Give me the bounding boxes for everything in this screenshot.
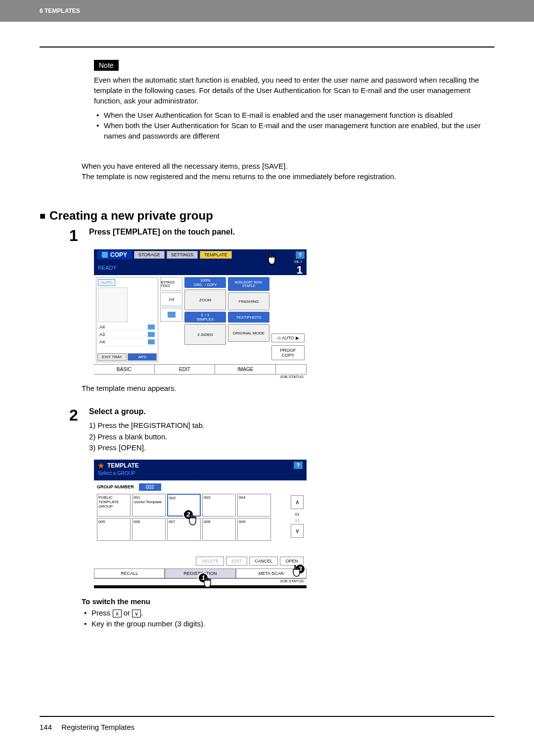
group-001-button[interactable]: 001 Useful Template [132,494,166,517]
size-row-a4-2[interactable]: A4 [98,338,156,346]
page-bottom-indicator: 21 [291,518,304,524]
help-button[interactable]: ? [296,251,305,259]
a4-button[interactable]: A4 [160,292,182,306]
step-1-after: The template menu appears. [82,384,494,392]
hand-cursor-icon [202,575,214,589]
group-number-label: GROUP NUMBER [97,484,134,489]
header-chapter: 6 TEMPLATES [40,7,80,14]
step-2-title: Select a group. [89,407,494,416]
substep-2: 2) Press a blank button. [89,431,494,443]
up-arrow-icon: ∧ [113,610,122,617]
page-header: 6 TEMPLATES [0,0,534,22]
step-2-number: 2 [69,407,82,454]
recall-tab[interactable]: RECALL [94,568,165,578]
note-badge: Note [94,60,119,71]
step-1-number: 1 [69,228,82,243]
group-006-button[interactable]: 006 [132,518,166,541]
exit-tray-button[interactable]: EXIT TRAY [97,353,127,361]
para-line1: When you have entered all the necessary … [82,161,494,171]
para-line2: The template is now registered and the m… [82,171,494,182]
scroll-up-button[interactable]: ∧ [291,495,304,509]
aps-button[interactable]: APS [128,353,157,361]
finishing-button[interactable]: FINISHING [228,292,269,310]
basic-tab[interactable]: BASIC [94,365,155,374]
public-template-button[interactable]: PUBLIC TEMPLATE GROUP [97,494,131,517]
job-status-button[interactable]: JOB STATUS [94,374,307,381]
scroll-down-button[interactable]: ∨ [291,524,304,538]
settings-tab[interactable]: SETTINGS [167,251,198,259]
step-2-substeps: 1) Press the [REGISTRATION] tab. 2) Pres… [89,420,494,454]
help-button[interactable]: ? [294,462,303,469]
feed-icon [168,312,176,318]
two-sided-button[interactable]: 2-SIDED [184,324,226,345]
group-008-button[interactable]: 008 [202,518,236,541]
paper-panel: AUTO A4 A3 A4 EXIT TRAY APS [96,277,158,362]
touchpanel-screenshot-2: ★ TEMPLATE ? Select a GROUP GROUP NUMBER… [94,460,494,588]
cancel-button[interactable]: CANCEL [249,557,278,566]
substep-3: 3) Press [OPEN]. [89,442,494,454]
bypass-button[interactable]: BYPASS FEED [160,277,182,291]
substep-1: 1) Press the [REGISTRATION] tab. [89,420,494,431]
page-number: 144 [40,723,52,731]
step-2: 2 Select a group. 1) Press the [REGISTRA… [69,407,494,454]
section-heading: Creating a new private group [40,209,494,223]
note-bullet-2: When both the User Authentication for Sc… [94,120,494,141]
set-count: SET 1 [294,259,303,277]
auto-indicator: AUTO [98,279,115,286]
delete-button[interactable]: DELETE [196,557,224,566]
feed-icon-button[interactable] [160,308,182,322]
step-1-title: Press [TEMPLATE] on the touch panel. [89,228,494,236]
size-row-a3[interactable]: A3 [98,331,156,338]
edit-button[interactable]: EDIT [226,557,247,566]
page-footer: 144 Registering Templates [40,716,494,731]
hand-cursor-icon [291,565,303,578]
template-tab[interactable]: TEMPLATE [200,251,232,259]
tray-icon [148,339,155,344]
switch-bullet-1: Press ∧ or ∨. [82,608,494,619]
auto-density-button[interactable]: ◁ AUTO ▶ [271,333,305,342]
down-arrow-icon: ∨ [132,610,141,617]
size-row-a4[interactable]: A4 [98,324,156,331]
group-004-button[interactable]: 004 [237,494,271,517]
paragraph-save: When you have entered all the necessary … [82,161,494,182]
template-title: ★ TEMPLATE [98,462,139,470]
copy-icon [102,252,108,258]
touchpanel-screenshot-1: COPY STORAGE SETTINGS TEMPLATE ? READY S… [94,249,494,378]
group-number-field[interactable]: 002 [139,483,161,491]
original-mode-button[interactable]: ORIGINAL MODE [228,324,269,342]
footer-title: Registering Templates [61,723,134,731]
footer-rule [40,716,494,717]
zoom-button[interactable]: ZOOM [184,289,226,310]
storage-tab[interactable]: STORAGE [134,251,165,259]
hand-cursor-icon [266,252,278,266]
mid-column: BYPASS FEED A4 [160,277,182,362]
edit-tab[interactable]: EDIT [155,365,216,374]
left-arrow-icon: ◁ [277,335,280,340]
step-1: 1 Press [TEMPLATE] on the touch panel. [69,228,494,243]
switch-menu-heading: To switch the menu [82,597,494,606]
hand-cursor-icon [187,513,199,527]
right-arrow-icon: ▶ [296,335,299,340]
image-tab[interactable]: IMAGE [215,365,276,374]
star-icon: ★ [98,462,104,470]
sort-value: NON-SORT NON-STAPLE [228,277,269,291]
group-005-button[interactable]: 005 [97,518,131,541]
copy-mode-label: COPY [97,250,132,259]
template-subtitle: Select a GROUP [98,471,303,476]
paper-preview [98,287,128,322]
switch-menu-bullets: Press ∧ or ∨. Key in the group number (3… [82,608,494,630]
note-bullet-1: When the User Authentication for Scan to… [94,110,494,120]
group-003-button[interactable]: 003 [202,494,236,517]
blank-tab [276,365,307,374]
ready-status: READY [98,265,117,271]
switch-bullet-2: Key in the group number (3 digits). [82,618,494,630]
page-top-indicator: 01 [291,511,304,518]
proof-copy-button[interactable]: PROOF COPY [271,345,305,360]
density-scale [271,301,305,331]
top-rule [40,47,494,47]
simplex-value: 1→1SIMPLEX [184,312,226,323]
zoom-value: 100%ORG. →COPY [184,277,226,288]
group-009-button[interactable]: 009 [237,518,271,541]
textphoto-value: TEXT/PHOTO [228,312,269,323]
tray-icon [148,325,155,330]
